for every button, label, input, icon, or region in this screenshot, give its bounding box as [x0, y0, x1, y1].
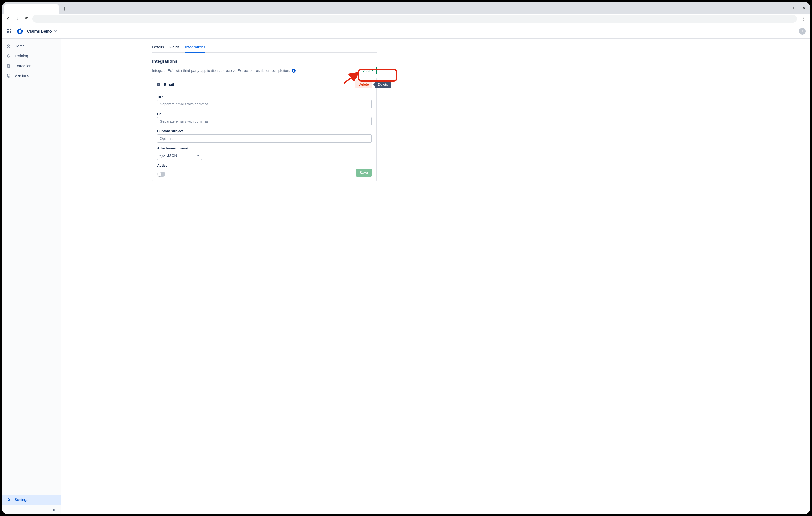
sidebar-item-label: Home: [14, 44, 25, 48]
sidebar-item-label: Settings: [14, 497, 28, 502]
active-toggle[interactable]: [157, 172, 165, 177]
cc-label: Cc: [157, 112, 372, 116]
kebab-icon: [803, 17, 804, 21]
svg-point-4: [7, 74, 10, 75]
attachment-format-value: JSON: [167, 154, 177, 158]
section-description-text: Integrate Exfil with third-party applica…: [152, 68, 290, 73]
brain-icon: [6, 54, 11, 58]
sidebar-item-versions[interactable]: Versions: [2, 71, 61, 81]
delete-tooltip: Delete: [375, 81, 391, 88]
sidebar-item-label: Versions: [14, 74, 29, 78]
chevrons-left-icon: [52, 508, 56, 512]
database-icon: [6, 74, 11, 78]
svg-point-2: [803, 18, 804, 19]
section-description: Integrate Exfil with third-party applica…: [152, 68, 296, 73]
tabs: Details Fields Integrations: [152, 43, 377, 53]
close-window-button[interactable]: [798, 2, 810, 13]
extract-icon: [6, 64, 11, 68]
arrow-right-icon: [16, 17, 20, 21]
integration-card-email: Email Delete Delete: [152, 78, 377, 181]
app-logo-icon: [17, 28, 24, 35]
add-integration-button[interactable]: Add: [359, 67, 377, 74]
maximize-icon: [791, 6, 793, 9]
main-content: Details Fields Integrations Integrations…: [61, 38, 810, 514]
browser-window: Claims Demo SU Home Tr: [2, 2, 810, 514]
envelope-icon: [156, 83, 161, 86]
caret-down-icon: [372, 70, 374, 71]
sidebar-item-training[interactable]: Training: [2, 51, 61, 61]
sidebar-item-label: Training: [14, 54, 28, 58]
reload-icon: [25, 17, 29, 21]
save-button-label: Save: [360, 171, 368, 175]
minimize-button[interactable]: [774, 2, 786, 13]
app-header: Claims Demo SU: [2, 24, 810, 38]
svg-point-3: [803, 20, 804, 21]
attachment-label: Attachment format: [157, 146, 372, 150]
switch-knob: [157, 172, 162, 176]
app-switcher-button[interactable]: [5, 27, 13, 35]
reload-button[interactable]: [23, 15, 31, 23]
avatar[interactable]: SU: [799, 28, 806, 35]
avatar-initials: SU: [801, 30, 805, 33]
sidebar: Home Training Extraction: [2, 38, 61, 514]
attachment-format-select[interactable]: </> JSON: [157, 152, 202, 160]
chevron-down-icon: [54, 30, 57, 33]
svg-point-1: [803, 17, 804, 18]
sidebar-item-extraction[interactable]: Extraction: [2, 61, 61, 71]
browser-tab[interactable]: [4, 4, 59, 13]
browser-menu-button[interactable]: [799, 17, 808, 21]
sidebar-item-settings[interactable]: Settings: [2, 495, 61, 505]
app-body: Home Training Extraction: [2, 38, 810, 514]
sidebar-collapse[interactable]: [2, 506, 61, 514]
close-icon: [802, 6, 806, 9]
tab-fields[interactable]: Fields: [169, 44, 180, 53]
new-tab-button[interactable]: [61, 5, 68, 12]
back-button[interactable]: [4, 15, 12, 23]
add-button-label: Add: [363, 68, 370, 73]
subject-label: Custom subject: [157, 129, 372, 133]
delete-button-label: Delete: [358, 82, 369, 86]
project-selector[interactable]: Claims Demo: [27, 29, 57, 33]
browser-toolbar: [2, 13, 810, 24]
save-button[interactable]: Save: [356, 169, 372, 177]
project-name-label: Claims Demo: [27, 29, 52, 33]
info-icon[interactable]: i: [292, 69, 296, 73]
code-icon: </>: [160, 154, 165, 158]
gear-icon: [6, 497, 11, 502]
svg-rect-0: [791, 7, 793, 9]
forward-button[interactable]: [13, 15, 21, 23]
plus-icon: [63, 7, 66, 11]
chevron-down-icon: [196, 154, 200, 157]
browser-tabstrip: [2, 2, 810, 13]
delete-integration-button[interactable]: Delete: [355, 81, 372, 88]
minimize-icon: [778, 6, 782, 9]
maximize-button[interactable]: [786, 2, 798, 13]
tab-integrations[interactable]: Integrations: [185, 44, 205, 53]
to-label: To *: [157, 95, 372, 99]
subject-input[interactable]: [157, 134, 372, 143]
page-title: Integrations: [152, 59, 377, 64]
tab-details[interactable]: Details: [152, 44, 164, 53]
address-bar[interactable]: [32, 15, 797, 23]
sidebar-item-label: Extraction: [14, 64, 31, 68]
card-title-label: Email: [164, 82, 174, 87]
to-input[interactable]: [157, 100, 372, 108]
arrow-left-icon: [6, 17, 10, 21]
grid-icon: [7, 29, 11, 33]
active-label: Active: [157, 163, 372, 168]
sidebar-item-home[interactable]: Home: [2, 41, 61, 51]
delete-tooltip-label: Delete: [378, 83, 388, 86]
home-icon: [6, 44, 11, 48]
card-title: Email: [156, 82, 174, 87]
cc-input[interactable]: [157, 117, 372, 125]
